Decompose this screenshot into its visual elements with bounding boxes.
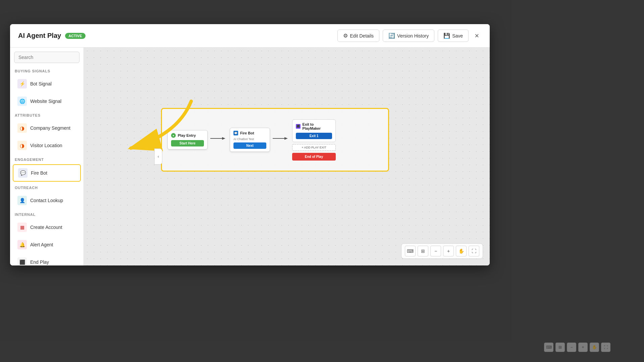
sidebar: BUYING SIGNALS ⚡ Bot Signal 🌐 Website Si… [10, 48, 84, 265]
section-engagement: ENGAGEMENT [10, 154, 84, 164]
bg-tool-2: ⊞ [555, 343, 565, 352]
website-signal-icon: 🌐 [17, 97, 27, 106]
exit-node-icon: ⬛ [296, 124, 301, 129]
section-attributes: ATTRIBUTES [10, 110, 84, 119]
zoom-in-button[interactable]: + [443, 246, 454, 256]
flow-node-bot: 💬 Fire Bot AI Chatbot Test Next [230, 128, 270, 152]
bottom-toolbar-bg: ⌨ ⊞ − + ✋ ⛶ [544, 343, 610, 352]
add-play-exit-button[interactable]: + ADD PLAY EXIT [292, 144, 336, 151]
fire-bot-icon: 💬 [18, 168, 28, 178]
visitor-location-icon: ◑ [17, 141, 27, 150]
create-account-icon: ▦ [17, 223, 27, 232]
bg-tool-4: + [578, 343, 588, 352]
sidebar-item-label: Alert Agent [30, 242, 53, 247]
connector-arrow-2 [273, 135, 289, 142]
flow-node-exit: ⬛ Exit to PlayMaker Exit 1 + ADD PLAY EX… [292, 119, 336, 161]
section-buying-signals: BUYING SIGNALS [10, 66, 84, 75]
edit-details-button[interactable]: ⚙ Edit Details [337, 29, 379, 42]
sidebar-item-label: Visitor Location [30, 143, 62, 148]
collapse-sidebar-button[interactable]: ‹ [154, 148, 162, 165]
header-actions: ⚙ Edit Details 🔄 Version History 💾 Save … [337, 29, 482, 42]
end-of-play-button[interactable]: End of Play [292, 153, 336, 161]
company-segment-icon: ◑ [17, 123, 27, 133]
sidebar-item-label: Fire Bot [31, 170, 47, 176]
flow-arrow-1 [208, 135, 230, 142]
history-icon: 🔄 [388, 33, 395, 39]
entry-node-title: Play Entry [178, 133, 196, 137]
search-input[interactable] [14, 52, 79, 63]
gear-icon: ⚙ [343, 33, 348, 39]
next-button[interactable]: Next [233, 142, 266, 149]
entry-node-card: ● Play Entry Start Here [167, 130, 208, 149]
exit-playmaker-card: ⬛ Exit to PlayMaker Exit 1 [292, 119, 336, 142]
bot-node-subtitle: AI Chatbot Test [233, 137, 266, 141]
connector-arrow [210, 135, 227, 142]
entry-node-icon: ● [171, 133, 176, 138]
bg-tool-1: ⌨ [544, 343, 553, 352]
edit-details-label: Edit Details [350, 33, 374, 39]
sidebar-item-alert-agent[interactable]: 🔔 Alert Agent [13, 237, 81, 253]
modal-dialog: AI Agent Play Active ⚙ Edit Details 🔄 Ve… [10, 24, 490, 265]
sidebar-item-company-segment[interactable]: ◑ Company Segment [13, 120, 81, 136]
bg-tool-3: − [567, 343, 576, 352]
save-label: Save [452, 33, 463, 39]
keyboard-tool-button[interactable]: ⌨ [405, 246, 416, 256]
flow-node-entry: ● Play Entry Start Here [167, 130, 208, 149]
end-play-icon: ⬛ [17, 257, 27, 265]
sidebar-item-website-signal[interactable]: 🌐 Website Signal [13, 93, 81, 109]
bg-tool-5: ✋ [590, 343, 599, 352]
bot-signal-icon: ⚡ [17, 79, 27, 88]
start-here-button[interactable]: Start Here [171, 140, 204, 146]
svg-marker-2 [222, 137, 225, 140]
exit-node-title: Exit to PlayMaker [303, 122, 332, 130]
modal-body: BUYING SIGNALS ⚡ Bot Signal 🌐 Website Si… [10, 48, 490, 265]
close-button[interactable]: × [472, 30, 482, 42]
alert-agent-icon: 🔔 [17, 240, 27, 249]
bot-node-card: 💬 Fire Bot AI Chatbot Test Next [230, 128, 270, 152]
contact-lookup-icon: 👤 [17, 196, 27, 205]
bot-node-icon: 💬 [233, 131, 238, 135]
sidebar-item-label: Create Account [30, 225, 62, 230]
active-badge: Active [65, 33, 85, 39]
svg-marker-4 [284, 137, 288, 140]
sidebar-item-create-account[interactable]: ▦ Create Account [13, 219, 81, 235]
canvas-area: ‹ ● Play Entry [84, 48, 490, 265]
sidebar-item-fire-bot[interactable]: 💬 Fire Bot [13, 164, 81, 182]
sidebar-item-visitor-location[interactable]: ◑ Visitor Location [13, 137, 81, 154]
sidebar-item-label: End Play [30, 259, 49, 265]
bot-node-title: Fire Bot [240, 131, 254, 135]
search-container [10, 48, 84, 66]
modal-title: AI Agent Play [18, 32, 61, 40]
modal-header: AI Agent Play Active ⚙ Edit Details 🔄 Ve… [10, 24, 490, 48]
save-button[interactable]: 💾 Save [438, 29, 469, 42]
bg-tool-6: ⛶ [601, 343, 610, 352]
save-icon: 💾 [443, 33, 450, 39]
fit-screen-button[interactable]: ⊞ [418, 246, 428, 256]
bot-node-header: 💬 Fire Bot [233, 131, 266, 135]
entry-node-header: ● Play Entry [171, 133, 204, 138]
version-history-button[interactable]: 🔄 Version History [383, 29, 434, 42]
sidebar-item-label: Contact Lookup [30, 198, 63, 203]
modal-title-group: AI Agent Play Active [18, 32, 86, 40]
flow-arrow-2 [270, 135, 292, 142]
sidebar-item-bot-signal[interactable]: ⚡ Bot Signal [13, 76, 81, 92]
zoom-out-button[interactable]: − [430, 246, 441, 256]
section-internal: INTERNAL [10, 209, 84, 219]
sidebar-item-label: Website Signal [30, 99, 61, 104]
exit1-button[interactable]: Exit 1 [296, 133, 332, 139]
sidebar-item-label: Company Segment [30, 125, 70, 131]
version-history-label: Version History [397, 33, 429, 39]
sidebar-item-contact-lookup[interactable]: 👤 Contact Lookup [13, 192, 81, 208]
sidebar-item-end-play[interactable]: ⬛ End Play [13, 254, 81, 265]
fullscreen-button[interactable]: ⛶ [469, 246, 479, 256]
section-outreach: OUTREACH [10, 182, 84, 192]
canvas-toolbar: ⌨ ⊞ − + ✋ ⛶ [401, 243, 483, 259]
flow-diagram: ● Play Entry Start Here [161, 108, 389, 172]
exit-node-header: ⬛ Exit to PlayMaker [296, 122, 332, 130]
pan-tool-button[interactable]: ✋ [456, 246, 467, 256]
sidebar-item-label: Bot Signal [30, 81, 52, 86]
